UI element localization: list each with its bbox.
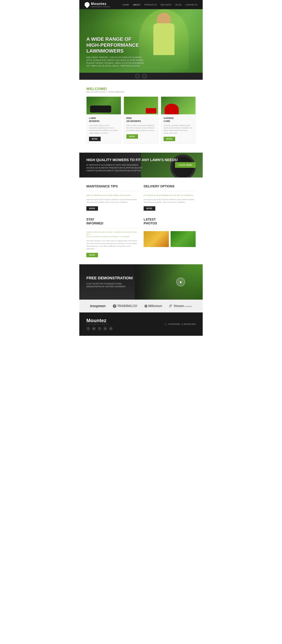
footer-copyright: © 2014 PRIVACY POLICY: [86, 324, 113, 325]
card-lawn-image: [86, 97, 121, 114]
nav-item-home[interactable]: HOME: [123, 3, 129, 6]
welcome-title: WELCOME!: [86, 87, 196, 91]
logo-sub: Lawnmowers company: [91, 6, 110, 8]
millenium-icon: [144, 304, 148, 308]
demo-content: FREE DEMONSTRATION! CLICK THE BUTTON TO …: [79, 269, 140, 295]
footer-logo: Mountez: [86, 318, 113, 324]
nav-item-delivery[interactable]: DELIVERY: [161, 3, 172, 6]
social-linkedin[interactable]: in: [109, 326, 113, 330]
card-lawn-mowers: LAWNMOWERS Lorem ipsum dolor sit amet, c…: [86, 96, 121, 144]
photo-yellow-mower[interactable]: [144, 231, 169, 247]
footer-socials: f g+ ⌁ p in: [86, 326, 113, 330]
partner-stream: Stream BUSINESS: [169, 304, 192, 308]
delivery-section: DELIVERY OPTIONS ET HARUM QUIDEM RERUM F…: [144, 184, 196, 211]
millenium-text: Millenium: [148, 304, 162, 308]
partner-millenium: Millenium: [144, 304, 162, 308]
trading-text: TRAIDING.CO: [117, 304, 137, 308]
partner-troopmen: troopmen: [90, 304, 106, 308]
stay-text: Nam libero tempore, cum soluta nobis est…: [86, 240, 138, 250]
stay-more-button[interactable]: MORE: [86, 253, 98, 257]
footer-contact: 📞 TELEPHONE: +1 800 605 6035: [165, 323, 196, 325]
maintenance-section: MAINTENANCE TIPS SED UT PERSPICIATIS UND…: [86, 184, 138, 211]
promo-title: HIGH QUALITY MOWERS TO FIT ANY LAWN'S NE…: [86, 158, 196, 162]
hero-title: A WIDE RANGE OF HIGH-PERFORMANCE LAWNMOW…: [86, 36, 146, 54]
stream-text: Stream BUSINESS: [174, 304, 192, 308]
social-google-plus[interactable]: g+: [92, 326, 96, 330]
demo-banner: FREE DEMONSTRATION! CLICK THE BUTTON TO …: [79, 264, 203, 300]
partner-trading: ✕ TRAIDING.CO: [113, 304, 137, 308]
delivery-divider: [144, 191, 196, 191]
cards-grid: LAWNMOWERS Lorem ipsum dolor sit amet, c…: [86, 96, 196, 144]
social-rss[interactable]: ⌁: [98, 326, 101, 330]
card-lawn-text: Lorem ipsum dolor sit amet, consectetur …: [89, 124, 118, 134]
card-ride-text: Dolor sit amet, consectetur adipiscing e…: [126, 124, 156, 132]
footer: Mountez © 2014 PRIVACY POLICY f g+ ⌁ p i…: [79, 312, 203, 336]
maintenance-divider: [86, 191, 138, 191]
footer-phone: +1 800 605 6035: [181, 323, 196, 325]
hero-section: A WIDE RANGE OF HIGH-PERFORMANCE LAWNMOW…: [79, 9, 203, 73]
play-button[interactable]: [176, 278, 185, 286]
welcome-section: WELCOME! RELAX AND ENJOY YOUR GARDEN! LA…: [79, 80, 203, 152]
nav-links: HOME ABOUT PRODUCTS DELIVERY BLOG CONTAC…: [123, 3, 197, 6]
demo-background: [135, 264, 203, 300]
hero-description: NAM LIBERO TEMPORE, CUM SOLUTA NOBIS EST…: [86, 56, 146, 68]
card-garden-text: Sit amet, consectetur adipiscing elit, s…: [164, 124, 193, 134]
promo-text: AT VERO EOS ET ACCUSAMUS ET IUSTO ODIO D…: [86, 164, 146, 172]
card-garden-title: GARDENCARE: [164, 117, 193, 123]
logo[interactable]: Mountez Lawnmowers company: [85, 2, 110, 8]
card-ride-more-button[interactable]: MORE: [126, 134, 138, 139]
trading-icon: ✕: [113, 304, 116, 308]
hero-controls: ← →: [79, 73, 203, 80]
stay-informed-section: STAYINFORMED LOREM IPSUM DOLOR SIT AMET,…: [86, 218, 138, 257]
latest-photos-title: LATESTPHOTOS: [144, 218, 196, 225]
latest-photos-section: LATESTPHOTOS: [144, 218, 196, 257]
maintenance-text: eaque ipsa quae ab illo inventore verita…: [86, 198, 138, 204]
card-lawn-more-button[interactable]: MORE: [89, 137, 101, 141]
welcome-subtitle: RELAX AND ENJOY YOUR GARDEN!: [86, 91, 196, 93]
logo-text: Mountez: [91, 2, 106, 6]
nav-item-about[interactable]: ABOUT: [133, 3, 141, 6]
stay-informed-title: STAYINFORMED: [86, 218, 138, 225]
card-ride-on-mowers: RIDEON MOWERS Dolor sit amet, consectetu…: [124, 96, 158, 144]
partners-bar: troopmen ✕ TRAIDING.CO Millenium Stream …: [79, 300, 203, 312]
click-here-button[interactable]: CLICK HERE: [175, 162, 196, 168]
logo-icon: [83, 1, 91, 8]
social-pinterest[interactable]: p: [103, 326, 107, 330]
footer-left: Mountez © 2014 PRIVACY POLICY f g+ ⌁ p i…: [86, 318, 113, 330]
hero-content: A WIDE RANGE OF HIGH-PERFORMANCE LAWNMOW…: [79, 31, 153, 73]
delivery-more-button[interactable]: MORE: [144, 206, 155, 211]
hero-next-arrow[interactable]: →: [142, 74, 147, 78]
nav-item-contacts[interactable]: CONTACTS: [185, 3, 197, 6]
maintenance-more-button[interactable]: MORE: [86, 206, 98, 211]
info-columns: MAINTENANCE TIPS SED UT PERSPICIATIS UND…: [79, 178, 203, 218]
phone-icon: 📞: [165, 323, 167, 325]
promo-banner: HIGH QUALITY MOWERS TO FIT ANY LAWN'S NE…: [79, 152, 203, 178]
delivery-text: eaque ipsa quae ab illo inventore verita…: [144, 198, 196, 204]
nav-item-products[interactable]: PRODUCTS: [145, 3, 157, 6]
card-ride-title: RIDEON MOWERS: [126, 117, 156, 123]
photos-grid: [144, 231, 196, 247]
stay-photos-columns: STAYINFORMED LOREM IPSUM DOLOR SIT AMET,…: [79, 218, 203, 264]
maintenance-subtitle: SED UT PERSPICIATIS UNDE OMNIS ISTE NATU…: [86, 194, 138, 196]
navbar: Mountez Lawnmowers company HOME ABOUT PR…: [79, 0, 203, 9]
footer-phone-label: TELEPHONE:: [168, 323, 181, 325]
demo-text: CLICK THE BUTTON TO REQUEST A FREE DEMON…: [86, 282, 132, 288]
card-garden-more-button[interactable]: MORE: [164, 137, 175, 141]
card-lawn-title: LAWNMOWERS: [89, 117, 118, 123]
card-garden-image: [161, 97, 196, 114]
delivery-subtitle: ET HARUM QUIDEM RERUM FACILIS EST ET EXP…: [144, 194, 196, 196]
nav-item-blog[interactable]: BLOG: [176, 3, 182, 6]
stay-subtitle: LOREM IPSUM DOLOR SIT AMET, CONSECTETUR …: [86, 231, 138, 238]
demo-title: FREE DEMONSTRATION!: [86, 276, 133, 280]
photo-green-mower[interactable]: [171, 231, 196, 247]
stream-icon: [169, 305, 173, 307]
social-facebook[interactable]: f: [86, 326, 90, 330]
card-garden-care: GARDENCARE Sit amet, consectetur adipisc…: [161, 96, 196, 144]
delivery-title: DELIVERY OPTIONS: [144, 184, 196, 188]
card-ride-image: [124, 97, 158, 114]
hero-prev-arrow[interactable]: ←: [135, 74, 140, 78]
maintenance-title: MAINTENANCE TIPS: [86, 184, 138, 188]
